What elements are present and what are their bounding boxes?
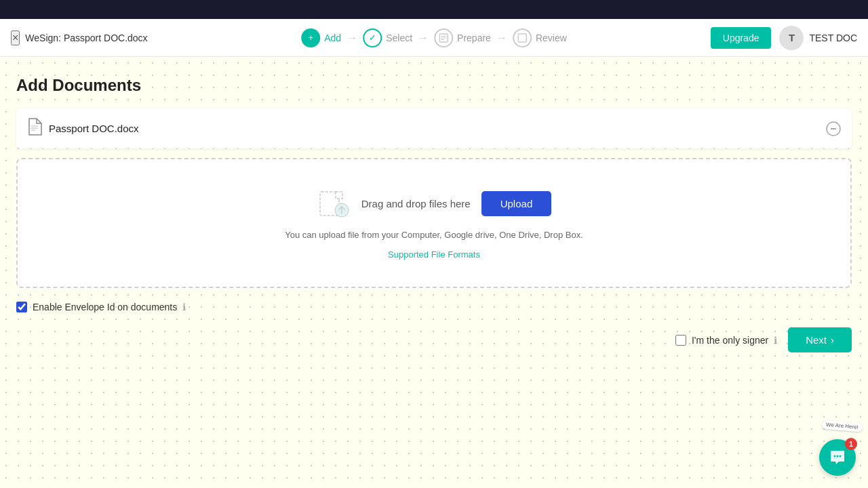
signer-row: I'm the only signer ℹ [675, 335, 777, 346]
svg-point-14 [837, 455, 839, 458]
arrow-2: → [418, 32, 429, 44]
document-name: Passport DOC.docx [49, 123, 139, 134]
supported-formats-link[interactable]: Supported File Formats [388, 249, 480, 260]
next-button[interactable]: Next › [788, 327, 852, 352]
upload-row: Drag and drop files here Upload [317, 186, 551, 220]
user-info: T TEST DOC [779, 26, 857, 50]
doc-info: Passport DOC.docx [27, 118, 139, 139]
top-bar [0, 0, 868, 19]
envelope-row: Enable Envelope Id on documents ℹ [16, 302, 852, 312]
file-icon [27, 118, 42, 139]
step-select-label: Select [386, 33, 412, 43]
main-content: Add Documents Passport DOC.docx [0, 57, 868, 488]
only-signer-checkbox[interactable] [675, 335, 686, 346]
upload-button[interactable]: Upload [481, 191, 552, 216]
svg-point-13 [834, 455, 836, 458]
svg-rect-4 [518, 34, 526, 42]
chat-badge: 1 [845, 438, 857, 450]
step-add[interactable]: + Add [301, 28, 341, 47]
upload-subtext: You can upload file from your Computer, … [285, 230, 583, 240]
remove-document-button[interactable] [826, 121, 841, 136]
next-button-label: Next [806, 334, 827, 346]
document-row: Passport DOC.docx [16, 108, 852, 148]
header-left: × WeSign: Passport DOC.docx [11, 30, 148, 45]
step-select-icon: ✓ [363, 28, 382, 47]
page-title: Add Documents [16, 76, 852, 95]
user-name: TEST DOC [809, 33, 857, 43]
upgrade-button[interactable]: Upgrade [711, 27, 772, 49]
chat-bubble[interactable]: We Are Here! 1 [819, 439, 856, 476]
upload-area: Drag and drop files here Upload You can … [16, 158, 852, 288]
drag-drop-text: Drag and drop files here [361, 198, 471, 209]
only-signer-label: I'm the only signer [692, 335, 768, 346]
step-nav: + Add → ✓ Select → Prepare → [301, 28, 567, 47]
step-prepare-icon [434, 28, 453, 47]
step-review-icon [513, 28, 532, 47]
upload-icon [317, 186, 351, 220]
header: × WeSign: Passport DOC.docx + Add → ✓ Se… [0, 19, 868, 57]
step-review-label: Review [536, 33, 567, 43]
arrow-3: → [496, 32, 507, 44]
close-button[interactable]: × [11, 30, 20, 45]
close-icon: × [12, 32, 18, 44]
envelope-id-label: Enable Envelope Id on documents [33, 302, 177, 312]
step-select[interactable]: ✓ Select [363, 28, 412, 47]
doc-title: WeSign: Passport DOC.docx [25, 33, 147, 43]
step-add-label: Add [324, 33, 341, 43]
step-prepare-label: Prepare [457, 33, 491, 43]
content-wrapper: Add Documents Passport DOC.docx [16, 76, 852, 352]
envelope-id-checkbox[interactable] [16, 302, 27, 312]
arrow-1: → [347, 32, 357, 44]
header-right: Upgrade T TEST DOC [711, 26, 857, 50]
info-icon[interactable]: ℹ [182, 302, 186, 312]
avatar: T [779, 26, 804, 50]
svg-rect-11 [336, 192, 342, 199]
step-add-icon: + [301, 28, 320, 47]
step-prepare[interactable]: Prepare [434, 28, 491, 47]
bottom-row: I'm the only signer ℹ Next › [16, 325, 852, 352]
next-arrow-icon: › [831, 334, 834, 346]
step-review[interactable]: Review [513, 28, 567, 47]
signer-info-icon[interactable]: ℹ [774, 335, 777, 346]
svg-point-15 [840, 455, 842, 458]
